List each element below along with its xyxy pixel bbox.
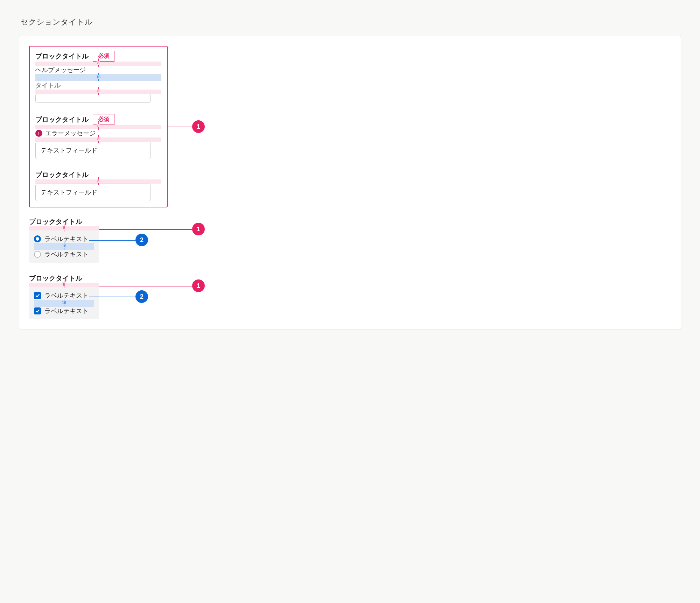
callout-line: [168, 127, 192, 127]
spacing-indicator-16: 16: [34, 243, 94, 250]
callout-badge-1: 1: [192, 120, 205, 133]
block-title: ブロックタイトル: [35, 115, 89, 124]
radio-group: ラベルテキスト 16 ラベルテキスト 2: [29, 230, 99, 263]
required-badge: 必須: [93, 114, 114, 125]
radio-icon-unchecked: [34, 251, 41, 258]
spacing-indicator-8: 8: [29, 283, 99, 287]
callout-badge-1: 1: [192, 279, 205, 292]
spacing-indicator-8: 8: [35, 179, 161, 184]
required-badge: 必須: [93, 51, 114, 62]
block-title: ブロックタイトル: [35, 170, 89, 179]
spacing-indicator-8: 8: [35, 125, 161, 129]
radio-label: ラベルテキスト: [44, 235, 89, 243]
text-input[interactable]: テキストフィールド: [35, 142, 151, 159]
form-block-3: ブロックタイトル 8 テキストフィールド: [35, 170, 161, 201]
checkbox-icon-checked: [34, 292, 41, 299]
callout-badge-1: 1: [192, 223, 205, 235]
error-icon: !: [35, 130, 42, 137]
callout-badge-2: 2: [135, 290, 148, 303]
callout-badge-2: 2: [135, 234, 148, 246]
block-title: ブロックタイトル: [29, 275, 82, 282]
callout-line: [99, 286, 192, 286]
checkbox-icon-checked: [34, 307, 41, 314]
spacing-indicator-16: 16: [35, 74, 161, 81]
section-title: セクションタイトル: [20, 17, 681, 27]
spacing-indicator-16: 16: [34, 300, 94, 307]
checkbox-label: ラベルテキスト: [44, 291, 89, 300]
text-input[interactable]: テキストフィールド: [35, 184, 151, 201]
block-group-frame: ブロックタイトル 必須 8 ヘルプメッセージ 16 タイトル 8 ブロックタイト…: [29, 46, 168, 207]
section-card: ブロックタイトル 必須 8 ヘルプメッセージ 16 タイトル 8 ブロックタイト…: [19, 36, 681, 329]
callout-line: [99, 229, 192, 230]
spacing-indicator-8: 8: [35, 137, 161, 142]
radio-option[interactable]: ラベルテキスト: [34, 250, 94, 258]
checkbox-group: ラベルテキスト 16 ラベルテキスト 2: [29, 287, 99, 319]
callout-line: [89, 240, 135, 241]
callout-line: [89, 297, 135, 297]
block-title: ブロックタイトル: [29, 218, 82, 225]
radio-label: ラベルテキスト: [44, 250, 89, 258]
spacing-indicator-8: 8: [35, 90, 161, 94]
block-title: ブロックタイトル: [35, 52, 89, 61]
error-message: エラーメッセージ: [45, 129, 96, 137]
spacing-indicator-8: 8: [35, 62, 161, 66]
form-block-2: ブロックタイトル 必須 8 ! エラーメッセージ 8 テキストフィールド: [35, 114, 161, 159]
form-block-radio: ブロックタイトル 8 1 ラベルテキスト 16 ラベルテキスト 2: [29, 217, 168, 263]
checkbox-option[interactable]: ラベルテキスト: [34, 307, 94, 315]
form-block-checkbox: ブロックタイトル 8 1 ラベルテキスト 16 ラベルテキスト: [29, 274, 168, 319]
checkbox-label: ラベルテキスト: [44, 307, 89, 315]
text-input[interactable]: [35, 94, 151, 103]
radio-icon-checked: [34, 235, 41, 242]
spacing-indicator-8: 8: [29, 226, 99, 230]
form-block-1: ブロックタイトル 必須 8 ヘルプメッセージ 16 タイトル 8: [35, 51, 161, 103]
